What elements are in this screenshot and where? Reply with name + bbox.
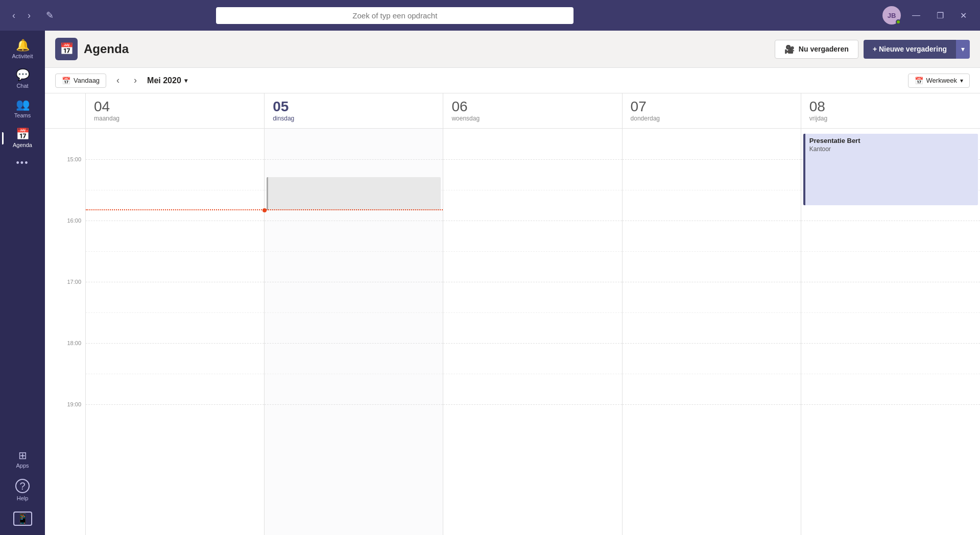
days-header: 04 maandag 05 dinsdag 06 woensdag 07 don… [45, 93, 980, 129]
new-meeting-button[interactable]: + Nieuwe vergadering [864, 40, 956, 59]
event-presentatie-bert[interactable]: Presentatie Bert Kantoor [803, 134, 978, 205]
calendar-toolbar: 📅 Vandaag ‹ › Mei 2020 ▾ 📅 Werkweek ▾ [45, 68, 980, 93]
current-time-dot [262, 208, 267, 212]
event-title: Presentatie Bert [809, 137, 974, 144]
maximize-button[interactable]: ❐ [931, 9, 949, 22]
day-number-04: 04 [94, 100, 256, 114]
day-header-08: 08 vrijdag [801, 93, 980, 128]
chat-icon: 💬 [16, 69, 30, 81]
day-number-05: 05 [273, 100, 435, 114]
sidebar-item-help[interactable]: ? Help [2, 474, 43, 506]
day-header-07: 07 donderdag [623, 93, 801, 128]
month-selector[interactable]: Mei 2020 ▾ [147, 76, 187, 85]
back-button[interactable]: ‹ [8, 8, 19, 23]
sidebar-label-agenda: Agenda [13, 142, 32, 148]
meet-now-button[interactable]: 🎥 Nu vergaderen [775, 40, 858, 59]
time-gutter-header [45, 93, 86, 128]
compose-button[interactable]: ✎ [41, 8, 59, 23]
header-buttons: 🎥 Nu vergaderen + Nieuwe vergadering ▾ [775, 40, 970, 59]
sidebar-item-teams[interactable]: 👥 Teams [2, 94, 43, 124]
day-name-04: maandag [94, 115, 256, 122]
device-icon: 📱 [13, 512, 32, 526]
calendar-prev-button[interactable]: ‹ [112, 73, 124, 88]
time-label-1600: 16:00 [67, 217, 81, 224]
day-header-06: 06 woensdag [443, 93, 622, 128]
search-input[interactable] [216, 7, 573, 24]
calendar-container: 📅 Agenda 🎥 Nu vergaderen + Nieuwe vergad… [45, 31, 980, 535]
day-column-04[interactable] [86, 129, 265, 535]
page-title: Agenda [84, 42, 129, 56]
calendar-title-area: 📅 Agenda [55, 38, 767, 60]
presence-dot [896, 19, 901, 25]
sidebar-label-chat: Chat [16, 83, 28, 89]
calendar-header-icon: 📅 [60, 42, 74, 56]
sidebar-item-chat[interactable]: 💬 Chat [2, 64, 43, 94]
apps-icon: ⊞ [18, 450, 27, 460]
day-name-05: dinsdag [273, 115, 435, 122]
time-label-1700: 17:00 [67, 279, 81, 285]
chevron-down-icon: ▾ [961, 45, 965, 53]
sidebar-label-teams: Teams [14, 112, 31, 118]
nav-buttons: ‹ › [8, 8, 35, 23]
sidebar-label-apps: Apps [16, 463, 29, 469]
day-number-07: 07 [631, 100, 793, 114]
month-chevron-icon: ▾ [184, 77, 187, 84]
sidebar-item-more[interactable]: ••• [2, 153, 43, 173]
time-label-1800: 18:00 [67, 340, 81, 346]
avatar[interactable]: JB [882, 6, 901, 25]
title-bar: ‹ › ✎ JB — ❐ ✕ [0, 0, 980, 31]
view-selector[interactable]: 📅 Werkweek ▾ [908, 74, 970, 88]
calendar-body: 15:00 16:00 17:00 18:00 19:00 [45, 129, 980, 535]
bell-icon: 🔔 [16, 40, 30, 51]
close-button[interactable]: ✕ [955, 9, 972, 22]
new-meeting-btn-group: + Nieuwe vergadering ▾ [864, 40, 970, 59]
new-meeting-dropdown-button[interactable]: ▾ [956, 40, 970, 59]
draft-event[interactable] [267, 177, 441, 210]
current-time-line-05 [265, 209, 443, 210]
day-column-05[interactable] [265, 129, 443, 535]
main-layout: 🔔 Activiteit 💬 Chat 👥 Teams 📅 Agenda •••… [0, 31, 980, 535]
day-column-07[interactable] [623, 129, 801, 535]
calendar-header: 📅 Agenda 🎥 Nu vergaderen + Nieuwe vergad… [45, 31, 980, 68]
sidebar-item-activiteit[interactable]: 🔔 Activiteit [2, 35, 43, 64]
help-icon: ? [15, 479, 30, 493]
day-column-06[interactable] [443, 129, 622, 535]
day-column-08[interactable]: Presentatie Bert Kantoor [801, 129, 980, 535]
day-number-06: 06 [451, 100, 613, 114]
calendar-view-icon: 📅 [915, 77, 923, 85]
day-name-06: woensdag [451, 115, 613, 122]
today-icon: 📅 [62, 77, 70, 85]
sidebar-item-agenda[interactable]: 📅 Agenda [2, 124, 43, 153]
sidebar-item-apps[interactable]: ⊞ Apps [2, 445, 43, 474]
sidebar-item-device[interactable]: 📱 [2, 506, 43, 531]
view-chevron-icon: ▾ [960, 77, 963, 84]
calendar-icon-box: 📅 [55, 38, 78, 60]
video-icon: 🎥 [784, 44, 795, 54]
current-time-line-04 [86, 209, 264, 210]
day-header-05: 05 dinsdag [265, 93, 443, 128]
event-location: Kantoor [809, 145, 974, 153]
day-header-04: 04 maandag [86, 93, 265, 128]
calendar-next-button[interactable]: › [130, 73, 141, 88]
today-button[interactable]: 📅 Vandaag [55, 74, 106, 88]
minimize-button[interactable]: — [907, 9, 925, 22]
day-name-07: donderdag [631, 115, 793, 122]
forward-button[interactable]: › [23, 8, 35, 23]
time-label-1900: 19:00 [67, 401, 81, 407]
sidebar-label-help: Help [17, 495, 29, 501]
title-bar-right: JB — ❐ ✕ [882, 6, 972, 25]
time-label-1500: 15:00 [67, 156, 81, 162]
time-gutter: 15:00 16:00 17:00 18:00 19:00 [45, 129, 86, 535]
sidebar: 🔔 Activiteit 💬 Chat 👥 Teams 📅 Agenda •••… [0, 31, 45, 535]
calendar-grid: 04 maandag 05 dinsdag 06 woensdag 07 don… [45, 93, 980, 535]
day-name-08: vrijdag [809, 115, 972, 122]
calendar-icon: 📅 [16, 129, 30, 140]
sidebar-label-activiteit: Activiteit [12, 53, 33, 59]
more-icon: ••• [16, 158, 29, 167]
day-number-08: 08 [809, 100, 972, 114]
teams-icon: 👥 [16, 99, 30, 110]
